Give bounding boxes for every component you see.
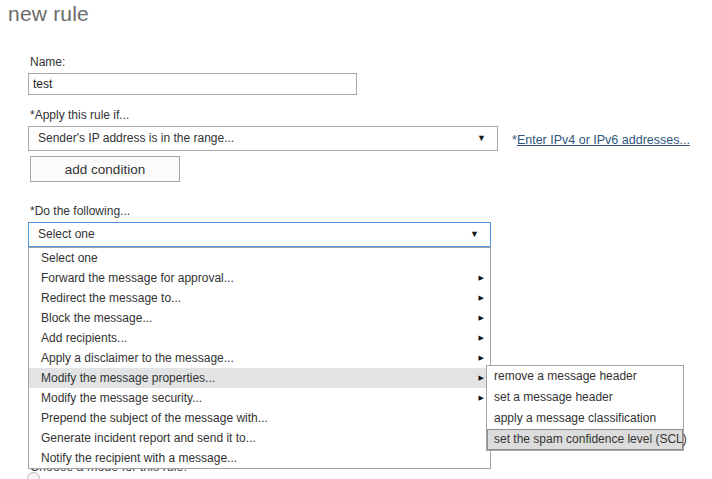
submenu-arrow-icon: ▶ <box>479 328 484 348</box>
condition-select[interactable]: Sender's IP address is in the range... ▼ <box>28 126 498 151</box>
mode-radio[interactable] <box>27 472 40 479</box>
submenu-arrow-icon: ▶ <box>479 308 484 328</box>
submenu-item[interactable]: remove a message header <box>487 366 683 387</box>
submenu-item[interactable]: set a message header <box>487 387 683 408</box>
submenu-arrow-icon: ▶ <box>479 388 484 408</box>
menu-item-label: Redirect the message to... <box>41 291 181 305</box>
enter-ip-addresses-link-text: Enter IPv4 or IPv6 addresses... <box>517 133 690 147</box>
action-menu-item[interactable]: Modify the message security...▶ <box>29 388 490 408</box>
menu-item-label: Block the message... <box>41 311 152 325</box>
menu-item-label: Select one <box>41 251 98 265</box>
menu-item-label: set the spam confidence level (SCL) <box>494 432 687 446</box>
action-menu-item[interactable]: Notify the recipient with a message... <box>29 448 490 468</box>
submenu-arrow-icon: ▶ <box>479 268 484 288</box>
action-label: *Do the following... <box>30 204 130 218</box>
action-select[interactable]: Select one ▼ <box>28 222 491 247</box>
menu-item-label: set a message header <box>494 390 613 404</box>
dropdown-arrow-icon: ▼ <box>477 127 486 150</box>
rule-name-input[interactable] <box>28 73 357 95</box>
action-menu-item[interactable]: Add recipients...▶ <box>29 328 490 348</box>
enter-ip-addresses-link[interactable]: *Enter IPv4 or IPv6 addresses... <box>512 133 690 147</box>
action-menu-item[interactable]: Redirect the message to...▶ <box>29 288 490 308</box>
action-menu-item[interactable]: Generate incident report and send it to.… <box>29 428 490 448</box>
page-title: new rule <box>8 2 89 26</box>
new-rule-dialog: new rule Name: *Apply this rule if... Se… <box>0 0 712 479</box>
menu-item-label: Add recipients... <box>41 331 127 345</box>
submenu-arrow-icon: ▶ <box>479 348 484 368</box>
menu-item-label: Apply a disclaimer to the message... <box>41 351 234 365</box>
menu-item-label: remove a message header <box>494 369 637 383</box>
submenu-item[interactable]: set the spam confidence level (SCL) <box>487 429 683 450</box>
action-select-value: Select one <box>38 227 95 241</box>
condition-select-value: Sender's IP address is in the range... <box>38 131 234 145</box>
menu-item-label: apply a message classification <box>494 411 656 425</box>
menu-item-label: Generate incident report and send it to.… <box>41 431 256 445</box>
submenu-arrow-icon: ▶ <box>479 368 484 388</box>
condition-label: *Apply this rule if... <box>30 108 129 122</box>
menu-item-label: Modify the message security... <box>41 391 202 405</box>
add-condition-button[interactable]: add condition <box>30 156 180 182</box>
action-submenu: remove a message headerset a message hea… <box>486 365 684 451</box>
menu-item-label: Forward the message for approval... <box>41 271 234 285</box>
dropdown-arrow-icon: ▼ <box>470 223 479 246</box>
action-menu-item[interactable]: Select one <box>29 248 490 268</box>
menu-item-label: Notify the recipient with a message... <box>41 451 237 465</box>
action-menu-item[interactable]: Block the message...▶ <box>29 308 490 328</box>
menu-item-label: Modify the message properties... <box>41 371 215 385</box>
submenu-item[interactable]: apply a message classification <box>487 408 683 429</box>
action-menu-item[interactable]: Apply a disclaimer to the message...▶ <box>29 348 490 368</box>
action-menu-item[interactable]: Prepend the subject of the message with.… <box>29 408 490 428</box>
action-menu: Select oneForward the message for approv… <box>28 247 491 469</box>
action-menu-item[interactable]: Modify the message properties...▶ <box>29 368 490 388</box>
name-label: Name: <box>30 55 65 69</box>
menu-item-label: Prepend the subject of the message with.… <box>41 411 268 425</box>
submenu-arrow-icon: ▶ <box>479 288 484 308</box>
action-menu-item[interactable]: Forward the message for approval...▶ <box>29 268 490 288</box>
